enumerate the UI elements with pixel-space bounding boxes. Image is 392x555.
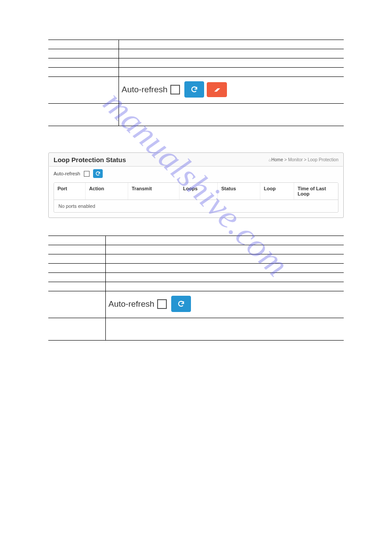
auto-refresh-checkbox[interactable]: [170, 85, 180, 94]
breadcrumb-monitor[interactable]: Monitor: [288, 157, 302, 162]
col-action: Action: [86, 183, 128, 200]
panel-auto-refresh-label: Auto-refresh: [54, 171, 80, 176]
col-time: Time of Last Loop: [294, 183, 338, 200]
table-empty-row: No ports enabled: [54, 200, 338, 212]
col-transmit: Transmit: [128, 183, 180, 200]
col-port: Port: [54, 183, 86, 200]
panel-refresh-button[interactable]: [93, 169, 103, 178]
auto-refresh-checkbox[interactable]: [157, 299, 167, 309]
breadcrumb-home[interactable]: Home: [271, 157, 283, 162]
rules-table-2: Auto-refresh: [48, 236, 344, 341]
refresh-icon: [95, 171, 101, 176]
rules-table-1: Auto-refresh: [48, 40, 344, 126]
panel-title: Loop Protection Status: [54, 156, 126, 163]
panel-auto-refresh-checkbox[interactable]: [84, 171, 90, 177]
table-header: Port Action Transmit Loops Status Loop T…: [54, 183, 338, 200]
auto-refresh-label: Auto-refresh: [122, 85, 168, 94]
refresh-button[interactable]: [184, 81, 204, 98]
col-loop: Loop: [260, 183, 294, 200]
breadcrumb: ⌂Home > Monitor > Loop Protection: [269, 157, 338, 162]
status-table: Port Action Transmit Loops Status Loop T…: [54, 182, 338, 213]
breadcrumb-loop-protection[interactable]: Loop Protection: [308, 157, 338, 162]
auto-refresh-label: Auto-refresh: [108, 299, 155, 309]
loop-protection-panel: Loop Protection Status ⌂Home > Monitor >…: [48, 152, 344, 218]
refresh-icon: [191, 86, 198, 93]
col-loops: Loops: [180, 183, 218, 200]
clear-button[interactable]: [207, 82, 227, 97]
refresh-button[interactable]: [171, 296, 191, 312]
col-status: Status: [218, 183, 260, 200]
eraser-icon: [213, 87, 221, 93]
refresh-icon: [177, 300, 185, 308]
